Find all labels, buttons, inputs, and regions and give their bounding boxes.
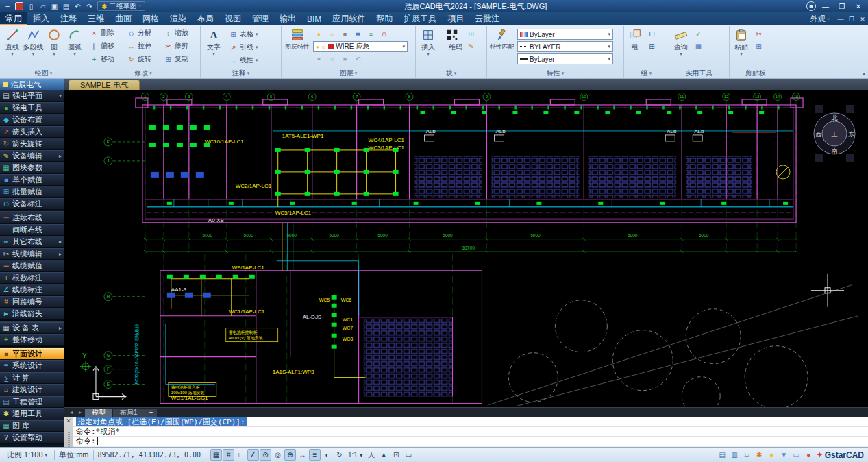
selection-cycling-toggle[interactable]: ↻ (334, 449, 345, 461)
sidebar-item-工程管理[interactable]: ▤工程管理 (0, 396, 64, 409)
menu-tab-管理[interactable]: 管理 (247, 12, 274, 25)
model-paper-icon[interactable]: ▤ (717, 450, 728, 461)
modify-move-button[interactable]: +移动 (88, 53, 125, 65)
workspace-switcher[interactable]: ✱ 二维草图 ▾ (97, 1, 145, 11)
sidebar-item-系统设计[interactable]: ≡系统设计 (0, 360, 64, 372)
modify-explode-button[interactable]: ◇分解 (125, 27, 162, 39)
layer-thaw-icon[interactable]: ☼ (326, 53, 338, 65)
copy-clip-icon[interactable]: ⊞ (753, 40, 765, 52)
new-layout-tab-button[interactable]: + (145, 409, 158, 417)
sidebar-item-强电平面[interactable]: ▤强电平面▾ (0, 90, 64, 102)
menu-tab-布局[interactable]: 布局 (192, 12, 219, 25)
graphics-config-icon[interactable]: ▥ (729, 450, 740, 461)
sidebar-item-图库[interactable]: ▦图 库 (0, 420, 64, 433)
sidebar-item-连续布线[interactable]: ─连续布线 (0, 212, 64, 224)
linear-dim-button[interactable]: ↔线性▾ (227, 54, 260, 66)
minimize-button[interactable]: — (819, 1, 832, 12)
document-tab[interactable]: SAMPLE-电气 (69, 80, 140, 90)
panel-label-layer[interactable]: 图层▾ (283, 69, 414, 78)
snap-toggle[interactable]: # (223, 449, 234, 461)
restore-button[interactable]: ❐ (835, 1, 849, 12)
menu-tab-输出[interactable]: 输出 (274, 12, 301, 25)
isolate-objects-toggle[interactable]: ▲ (378, 449, 390, 461)
layer-select-dropdown[interactable]: ● ☼ WIRE-应急 ▾ (313, 41, 408, 52)
sidebar-item-箭头插入[interactable]: ↗箭头插入 (0, 126, 64, 138)
command-input-line[interactable]: 命令: (73, 437, 868, 446)
create-block-icon[interactable]: ⊞ (465, 28, 477, 40)
menu-tab-曲面[interactable]: 曲面 (110, 12, 137, 25)
layer-properties-button[interactable]: 图层特性 (283, 27, 312, 51)
notification-badge-icon[interactable]: ● (803, 450, 814, 461)
modify-scale-button[interactable]: ↕缩放 (162, 27, 199, 39)
menu-tab-常用[interactable]: 常用 (0, 12, 27, 25)
sidebar-item-其它布线[interactable]: ┉其它布线▸ (0, 236, 64, 248)
annotation-scale-control[interactable]: 1:1 ▾ (346, 449, 365, 461)
doc-restore-button[interactable]: ❐ (846, 12, 857, 25)
panel-label-clipboard[interactable]: 剪贴板 (731, 69, 780, 78)
panel-label-utilities[interactable]: 实用工具 (671, 69, 728, 78)
panel-label-modify[interactable]: 修改▾ (88, 69, 199, 78)
sidebar-item-建筑设计[interactable]: ⌂建筑设计 (0, 384, 64, 396)
tab-scroll-right-icon[interactable]: ▸ (76, 409, 84, 415)
table-button[interactable]: ⊞表格▾ (227, 28, 260, 40)
modify-rotate-button[interactable]: ↻旋转 (125, 53, 162, 65)
sidebar-item-设备表[interactable]: ▦设 备 表▸ (0, 322, 64, 335)
modify-offset-button[interactable]: ∥偏移 (88, 40, 125, 52)
arc-button[interactable]: 圆弧 ▾ (65, 27, 84, 56)
undo-icon[interactable]: ↶ (73, 1, 83, 11)
hardware-accel-toggle[interactable]: ⊡ (390, 449, 402, 461)
app-logo-icon[interactable] (15, 2, 23, 10)
sidebar-item-沿线箭头[interactable]: ►沿线箭头 (0, 308, 64, 320)
sidebar-item-设备标注[interactable]: ⊙设备标注 (0, 198, 64, 210)
save-file-icon[interactable]: ▣ (49, 1, 60, 11)
close-button[interactable]: ✕ (852, 1, 865, 12)
settings-gear-icon[interactable]: ✱ (754, 450, 765, 461)
sidebar-item-平面设计[interactable]: ■平面设计 (0, 348, 64, 361)
message-icon[interactable]: ▭ (791, 450, 802, 461)
menu-tab-BIM[interactable]: BIM (301, 12, 327, 25)
sidebar-item-间断布线[interactable]: ┄间断布线 (0, 224, 64, 236)
app-menu-icon[interactable]: ≡ (3, 2, 12, 10)
polar-toggle[interactable]: ∠ (247, 449, 259, 461)
color-control-dropdown[interactable]: ByLayer ▾ (517, 29, 613, 40)
ribbon-collapse-button[interactable]: ▴ (863, 71, 865, 77)
drawing-canvas[interactable]: 北南西东上 (64, 90, 868, 407)
command-drag-handle[interactable] (68, 426, 70, 447)
new-file-icon[interactable]: ▯ (26, 1, 36, 11)
command-close-icon[interactable]: ✕ (66, 418, 71, 424)
sidebar-item-图块参数[interactable]: ▦图块参数 (0, 162, 64, 174)
modify-trim-button[interactable]: ✂修剪 (162, 40, 199, 52)
drawing-viewport[interactable]: 北南西东上 (64, 90, 868, 407)
cut-icon[interactable]: ✂ (753, 28, 765, 40)
otrack-toggle[interactable]: ⊕ (284, 449, 296, 461)
layout-tab-布局1[interactable]: 布局1 (113, 409, 145, 417)
sidebar-item-箭头旋转[interactable]: ↻箭头旋转 (0, 138, 64, 150)
menu-tab-网格[interactable]: 网格 (137, 12, 164, 25)
layer-isolate-icon[interactable]: ✱ (352, 29, 364, 40)
sidebar-item-单个赋值[interactable]: ■单个赋值 (0, 174, 64, 186)
calculator-icon[interactable]: ▦ (693, 40, 704, 52)
menu-tab-云批注[interactable]: 云批注 (469, 12, 505, 25)
brand-logo[interactable]: ✦ GstarCAD (817, 450, 864, 460)
scale-selector[interactable]: 比例 1:100 ▾ (4, 449, 50, 461)
paste-button[interactable]: 粘贴 ▾ (731, 27, 752, 56)
menu-tab-插入[interactable]: 插入 (27, 12, 55, 25)
qrcode-button[interactable]: 二维码 (441, 27, 464, 52)
modify-erase-button[interactable]: ×删除 (88, 27, 125, 39)
layer-prev-icon[interactable]: ↶ (352, 53, 364, 65)
layer-unlock-icon[interactable]: ■ (339, 53, 351, 65)
circle-button[interactable]: 圆 ▾ (45, 27, 64, 56)
menu-tab-帮助[interactable]: 帮助 (371, 12, 398, 25)
menu-tab-渲染[interactable]: 渲染 (164, 12, 192, 25)
panel-label-properties[interactable]: 特性▾ (488, 69, 622, 78)
sidebar-item-线缆编辑[interactable]: ✂线缆编辑▸ (0, 248, 64, 260)
ortho-toggle[interactable]: ∟ (235, 449, 247, 461)
annotation-monitor-toggle[interactable]: 人 (366, 449, 377, 461)
open-file-icon[interactable]: ▱ (38, 1, 48, 11)
menu-tab-注释[interactable]: 注释 (55, 12, 82, 25)
panel-label-draw[interactable]: 绘图▾ (3, 69, 84, 78)
layer-lock-icon[interactable]: ■ (339, 29, 351, 40)
panel-label-block[interactable]: 块▾ (417, 69, 485, 78)
appearance-menu[interactable]: 外观 ▾ (804, 12, 835, 25)
sidebar-item-设置帮助[interactable]: ?设置帮助 (0, 432, 64, 444)
